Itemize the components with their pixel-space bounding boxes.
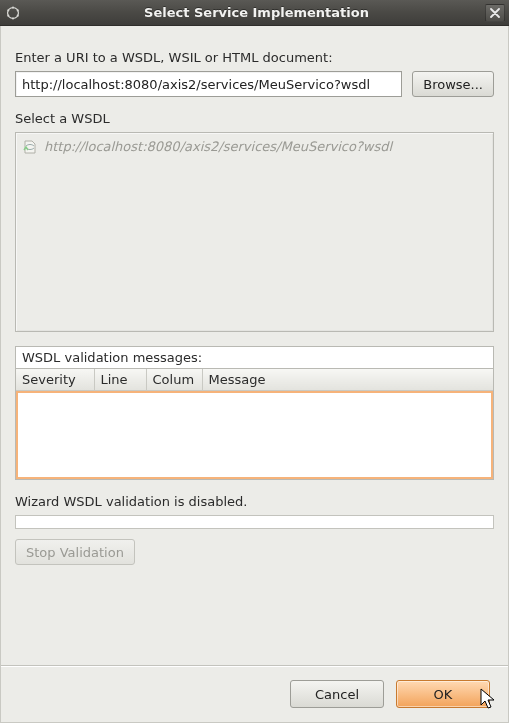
svg-point-1 — [12, 6, 14, 8]
dialog-footer: Cancel OK — [1, 666, 508, 722]
wsdl-list-item-text: http://localhost:8080/axis2/services/Meu… — [44, 139, 392, 154]
uri-row: Browse... — [15, 71, 494, 97]
wsdl-list[interactable]: http://localhost:8080/axis2/services/Meu… — [15, 132, 494, 332]
validation-section-label: WSDL validation messages: — [15, 346, 494, 368]
validation-progress — [15, 515, 494, 529]
svg-point-5 — [7, 14, 9, 16]
wsdl-file-icon — [22, 140, 38, 154]
stop-validation-button: Stop Validation — [15, 539, 135, 565]
window-title: Select Service Implementation — [28, 5, 485, 20]
dialog-client: Enter a URI to a WSDL, WSIL or HTML docu… — [0, 26, 509, 723]
close-icon — [490, 8, 500, 18]
svg-point-4 — [12, 17, 14, 19]
uri-label: Enter a URI to a WSDL, WSIL or HTML docu… — [15, 50, 494, 65]
validation-table: Severity Line Colum Message — [15, 368, 494, 480]
validation-messages-body[interactable] — [16, 391, 493, 479]
app-icon — [4, 4, 22, 22]
title-bar: Select Service Implementation — [0, 0, 509, 26]
svg-point-2 — [17, 9, 19, 11]
svg-point-0 — [8, 7, 19, 18]
wsdl-select-label: Select a WSDL — [15, 111, 494, 126]
col-column[interactable]: Colum — [146, 369, 202, 391]
col-line[interactable]: Line — [94, 369, 146, 391]
ok-button[interactable]: OK — [396, 680, 490, 708]
col-message[interactable]: Message — [202, 369, 493, 391]
uri-input[interactable] — [15, 71, 402, 97]
close-button[interactable] — [485, 4, 505, 22]
browse-button[interactable]: Browse... — [412, 71, 494, 97]
svg-point-3 — [17, 14, 19, 16]
col-severity[interactable]: Severity — [16, 369, 94, 391]
validation-status: Wizard WSDL validation is disabled. — [15, 494, 494, 509]
wsdl-list-item[interactable]: http://localhost:8080/axis2/services/Meu… — [22, 137, 487, 156]
cancel-button[interactable]: Cancel — [290, 680, 384, 708]
svg-point-6 — [7, 9, 9, 11]
